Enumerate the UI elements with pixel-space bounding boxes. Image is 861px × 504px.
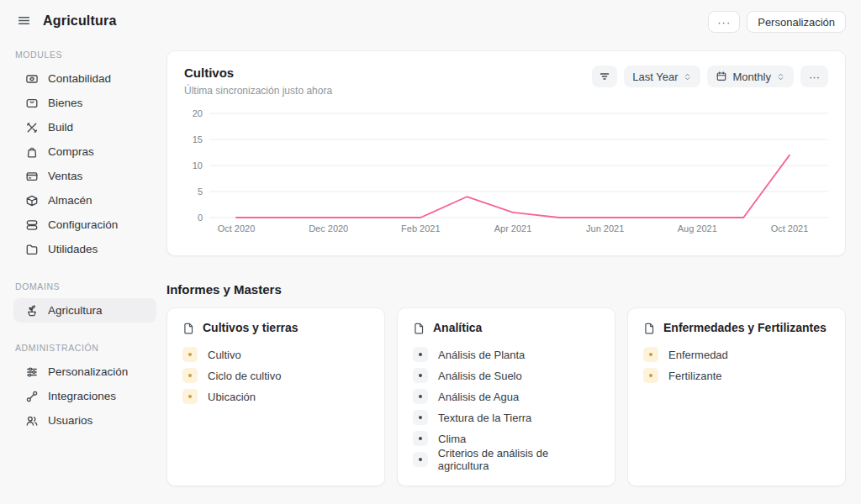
sidebar-item-ventas[interactable]: Ventas: [13, 164, 156, 188]
chart-y-tick-label: 20: [193, 108, 203, 118]
doctype-badge: [182, 347, 198, 362]
sidebar-item-agricultura[interactable]: Agricultura: [13, 298, 156, 323]
sidebar-item-build[interactable]: Build: [13, 115, 156, 139]
masters-card-title-label: Cultivos y tierras: [203, 321, 298, 334]
chart-x-tick-label: Feb 2021: [401, 223, 440, 234]
masters-link-cultivo[interactable]: Cultivo: [182, 347, 369, 362]
asset-box-icon: [25, 97, 39, 110]
bullet-dot-icon: [188, 353, 192, 356]
masters-link-clima[interactable]: Clima: [413, 431, 600, 446]
masters-link-analisis-de-agua[interactable]: Análisis de Agua: [413, 389, 600, 404]
masters-section-heading: Informes y Masters: [166, 282, 846, 297]
masters-card-title-label: Enfermedades y Fertilizantes: [663, 321, 827, 334]
select-chevrons-icon: [683, 72, 692, 81]
chart-x-tick-label: Apr 2021: [494, 223, 532, 234]
sidebar-item-label: Personalización: [48, 365, 128, 378]
sidebar-item-compras[interactable]: Compras: [13, 139, 156, 164]
chart-controls: Last Year Monthly ···: [592, 66, 828, 87]
masters-card-title[interactable]: Enfermedades y Fertilizantes: [643, 321, 830, 334]
masters-link-label: Textura de la Tierra: [438, 412, 531, 424]
folder-icon: [25, 243, 39, 256]
bullet-dot-icon: [419, 395, 422, 398]
chart-frequency-select[interactable]: Monthly: [707, 66, 794, 87]
masters-link-label: Enfermedad: [668, 349, 728, 361]
app-header: Agricultura: [13, 12, 156, 29]
doctype-badge: [182, 368, 198, 383]
bullet-dot-icon: [419, 437, 422, 440]
tools-icon: [25, 121, 39, 134]
masters-link-label: Análisis de Suelo: [438, 370, 522, 382]
sidebar-item-bienes[interactable]: Bienes: [13, 91, 156, 115]
masters-card-cultivos-y-tierras: Cultivos y tierrasCultivoCiclo de cultiv…: [166, 307, 385, 486]
sidebar-section-label: ADMINISTRACIÓN: [15, 343, 156, 353]
masters-link-analisis-de-suelo[interactable]: Análisis de Suelo: [413, 368, 600, 383]
chart-range-select[interactable]: Last Year: [624, 66, 700, 87]
sidebar-item-integraciones[interactable]: Integraciones: [13, 384, 156, 408]
masters-link-enfermedad[interactable]: Enfermedad: [643, 347, 830, 362]
sidebar-item-label: Contabilidad: [48, 72, 111, 85]
sidebar-item-label: Utilidades: [48, 243, 98, 255]
chart-x-tick-label: Jun 2021: [586, 223, 624, 234]
banknote-icon: [25, 72, 39, 86]
bullet-dot-icon: [419, 353, 422, 356]
doctype-badge: [182, 389, 198, 404]
masters-link-label: Análisis de Planta: [438, 349, 525, 361]
masters-link-fertilizante[interactable]: Fertilizante: [643, 368, 830, 383]
bullet-dot-icon: [188, 395, 192, 398]
hamburger-menu-icon[interactable]: [15, 12, 33, 29]
sidebar-item-configuracion[interactable]: Configuración: [13, 213, 156, 237]
bullet-dot-icon: [188, 374, 192, 377]
chart-y-tick-label: 15: [193, 134, 203, 144]
chart-range-value: Last Year: [632, 71, 678, 83]
sell-window-icon: [25, 170, 39, 183]
filter-icon: [598, 70, 611, 83]
chart-more-button[interactable]: ···: [800, 66, 828, 87]
chart-filter-button[interactable]: [592, 66, 617, 87]
sidebar-item-label: Agricultura: [48, 304, 103, 317]
chart-y-tick-label: 5: [198, 186, 203, 197]
calendar-icon: [716, 71, 727, 82]
select-chevrons-icon: [776, 72, 785, 81]
sidebar: Agricultura MODULESContabilidadBienesBui…: [0, 0, 166, 433]
sidebar-item-label: Almacén: [48, 194, 92, 207]
layers-icon: [25, 218, 39, 232]
masters-link-label: Clima: [438, 433, 466, 445]
masters-card-enfermedades-y-fertilizantes: Enfermedades y FertilizantesEnfermedadFe…: [627, 307, 846, 486]
sidebar-item-utilidades[interactable]: Utilidades: [13, 237, 156, 261]
sidebar-item-usuarios[interactable]: Usuarios: [13, 408, 156, 433]
sidebar-item-label: Compras: [48, 145, 94, 158]
sidebar-item-label: Bienes: [48, 97, 82, 109]
sprout-icon: [25, 304, 39, 318]
masters-card-title[interactable]: Cultivos y tierras: [182, 321, 369, 334]
chart-title: Cultivos: [184, 66, 332, 80]
sliders-icon: [25, 365, 39, 379]
doctype-badge: [643, 368, 658, 383]
sidebar-item-label: Usuarios: [48, 414, 92, 427]
document-icon: [413, 322, 425, 334]
chart-x-tick-label: Oct 2021: [771, 223, 809, 234]
masters-link-label: Ubicación: [208, 391, 256, 403]
document-icon: [643, 322, 656, 334]
sidebar-item-label: Integraciones: [48, 390, 116, 402]
sidebar-item-contabilidad[interactable]: Contabilidad: [13, 66, 156, 91]
bullet-dot-icon: [419, 374, 422, 377]
masters-link-ubicacion[interactable]: Ubicación: [182, 389, 369, 404]
sidebar-item-personalizacion[interactable]: Personalización: [13, 360, 156, 384]
bullet-dot-icon: [419, 416, 422, 419]
doctype-badge: [643, 347, 658, 362]
masters-card-title[interactable]: Analítica: [413, 321, 600, 334]
masters-link-textura-de-la-tierra[interactable]: Textura de la Tierra: [413, 410, 600, 425]
masters-link-criterios-de-analisis-de-agricultura[interactable]: Criterios de análisis de agricultura: [413, 452, 600, 467]
masters-link-label: Ciclo de cultivo: [208, 370, 281, 382]
doctype-badge: [413, 389, 428, 404]
sidebar-item-almacen[interactable]: Almacén: [13, 188, 156, 213]
masters-card-title-label: Analítica: [433, 321, 482, 334]
masters-link-ciclo-de-cultivo[interactable]: Ciclo de cultivo: [182, 368, 369, 383]
sidebar-nav: MODULESContabilidadBienesBuildComprasVen…: [13, 50, 156, 433]
crops-chart-card: Cultivos Última sincronización justo aho…: [166, 50, 846, 256]
masters-link-analisis-de-planta[interactable]: Análisis de Planta: [413, 347, 600, 362]
sidebar-section-label: DOMAINS: [15, 281, 156, 291]
chart-y-tick-label: 0: [198, 213, 203, 223]
sidebar-item-label: Ventas: [48, 170, 82, 182]
crops-line-chart: 05101520Oct 2020Dec 2020Feb 2021Apr 2021…: [184, 107, 830, 236]
